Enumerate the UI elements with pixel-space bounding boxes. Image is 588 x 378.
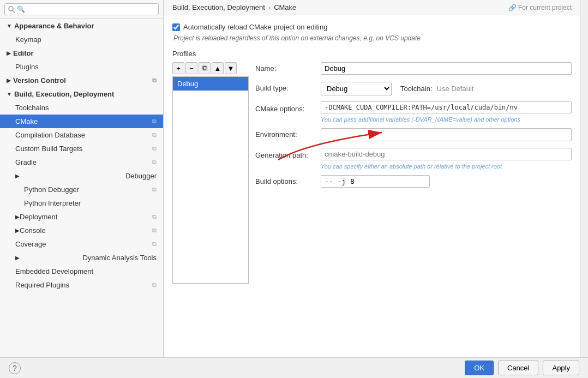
sidebar-item-console[interactable]: ▶ Console ⧉ <box>0 224 163 237</box>
sidebar-item-python-interpreter[interactable]: Python Interpreter <box>0 196 163 210</box>
dialog-body: ▼ Appearance & Behavior Keymap ▶ Editor … <box>0 0 588 357</box>
generation-path-hint: You can specify either an absolute path … <box>321 163 502 170</box>
profiles-toolbar: + − ⧉ ▲ ▼ <box>172 62 249 74</box>
copy-icon: ⧉ <box>152 227 157 234</box>
sidebar-item-build[interactable]: ▼ Build, Execution, Deployment <box>0 87 163 101</box>
form-row-build-options: Build options: <box>255 175 572 189</box>
sidebar: ▼ Appearance & Behavior Keymap ▶ Editor … <box>0 0 164 357</box>
chevron-down-icon: ▼ <box>7 23 12 29</box>
sidebar-item-gradle[interactable]: Gradle ⧉ <box>0 155 163 169</box>
cmake-options-hint: You can pass additional variables (-DVAR… <box>321 116 520 123</box>
sidebar-item-toolchains[interactable]: Toolchains <box>0 101 163 115</box>
copy-icon: ⧉ <box>152 213 157 220</box>
dialog-footer: ? OK Cancel Apply <box>0 357 588 378</box>
form-label-build-options: Build options: <box>255 175 321 185</box>
breadcrumb-current: CMake <box>274 3 296 11</box>
breadcrumb-project: 🔗 For current project <box>508 3 572 11</box>
apply-button[interactable]: Apply <box>543 361 579 375</box>
form-value-name <box>321 62 572 75</box>
chevron-right-icon: ▶ <box>15 255 20 261</box>
chevron-right-icon: ▶ <box>15 173 20 179</box>
external-icon: ⧉ <box>152 77 157 84</box>
form-label-environment: Environment: <box>255 128 321 139</box>
sidebar-item-deployment[interactable]: ▶ Deployment ⧉ <box>0 210 163 224</box>
form-value-gen-path <box>321 148 572 160</box>
sidebar-item-version-control[interactable]: ▶ Version Control ⧉ <box>0 74 163 87</box>
sidebar-item-plugins[interactable]: Plugins <box>0 60 163 74</box>
search-input[interactable] <box>4 3 159 15</box>
settings-dialog: ▼ Appearance & Behavior Keymap ▶ Editor … <box>0 0 588 378</box>
cancel-button[interactable]: Cancel <box>498 361 538 375</box>
build-type-select[interactable]: Debug Release RelWithDebInfo MinSizeRel <box>321 82 392 95</box>
sidebar-item-keymap[interactable]: Keymap <box>0 33 163 46</box>
form-value-cmake-options <box>321 101 572 113</box>
form-row-name: Name: <box>255 62 572 76</box>
form-value-environment <box>321 128 572 141</box>
sidebar-item-coverage[interactable]: Coverage ⧉ <box>0 237 163 251</box>
form-value-build-options <box>321 175 572 188</box>
form-row-buildtype: Build type: Debug Release RelWithDebInfo… <box>255 82 572 96</box>
copy-profile-button[interactable]: ⧉ <box>199 62 211 74</box>
profile-item-debug[interactable]: Debug <box>173 77 248 91</box>
auto-reload-label: Automatically reload CMake project on ed… <box>183 23 327 31</box>
build-options-input[interactable] <box>321 175 430 188</box>
move-down-profile-button[interactable]: ▼ <box>225 62 237 74</box>
copy-icon: ⧉ <box>152 186 157 193</box>
profiles-list-col: + − ⧉ ▲ ▼ Debug <box>172 62 249 284</box>
form-label-name: Name: <box>255 62 321 73</box>
form-label-gen-path: Generation path: <box>255 149 321 159</box>
sidebar-item-editor[interactable]: ▶ Editor <box>0 46 163 60</box>
profiles-list: Debug <box>172 76 249 284</box>
profiles-label: Profiles <box>172 50 572 58</box>
auto-reload-row: Automatically reload CMake project on ed… <box>172 23 572 31</box>
sidebar-item-python-debugger[interactable]: Python Debugger ⧉ <box>0 183 163 196</box>
form-row-environment: Environment: <box>255 128 572 142</box>
form-label-buildtype: Build type: <box>255 82 321 92</box>
breadcrumb-separator: › <box>268 3 271 11</box>
sidebar-item-compilation-db[interactable]: Compilation Database ⧉ <box>0 128 163 142</box>
right-scrollbar[interactable] <box>580 0 588 357</box>
auto-reload-subtext: Project is reloaded regardless of this o… <box>172 34 572 42</box>
chevron-right-icon: ▶ <box>15 227 20 233</box>
auto-reload-checkbox[interactable] <box>172 23 180 31</box>
add-profile-button[interactable]: + <box>172 62 184 74</box>
copy-icon: ⧉ <box>152 145 157 152</box>
form-row-cmake-options: CMake options: You can pass additional v… <box>255 101 572 123</box>
help-button[interactable]: ? <box>9 362 21 374</box>
chevron-right-icon: ▶ <box>15 214 20 220</box>
sidebar-item-dynamic-analysis[interactable]: ▶ Dynamic Analysis Tools <box>0 251 163 265</box>
ok-button[interactable]: OK <box>465 361 494 375</box>
copy-icon: ⧉ <box>152 159 157 166</box>
copy-icon: ⧉ <box>152 131 157 139</box>
name-input[interactable] <box>321 62 572 75</box>
content-area: Automatically reload CMake project on ed… <box>164 15 580 357</box>
form-value-buildtype: Debug Release RelWithDebInfo MinSizeRel … <box>321 82 572 95</box>
move-up-profile-button[interactable]: ▲ <box>212 62 224 74</box>
generation-path-input[interactable] <box>321 148 572 160</box>
remove-profile-button[interactable]: − <box>185 62 197 74</box>
sidebar-item-debugger[interactable]: ▶ Debugger <box>0 169 163 183</box>
form-label-cmake-options: CMake options: <box>255 103 321 113</box>
chevron-right-icon: ▶ <box>7 50 11 56</box>
form-row-gen-path: Generation path: You can specify either … <box>255 148 572 170</box>
breadcrumb-parent: Build, Execution, Deployment <box>172 3 265 11</box>
breadcrumb: Build, Execution, Deployment › CMake 🔗 F… <box>164 0 580 15</box>
profiles-area: + − ⧉ ▲ ▼ Debug <box>172 62 572 284</box>
cmake-form: Name: Build type: Debug Release <box>249 62 572 284</box>
sidebar-item-embedded[interactable]: Embedded Development <box>0 265 163 278</box>
environment-input[interactable] <box>321 128 572 141</box>
sidebar-item-required-plugins[interactable]: Required Plugins ⧉ <box>0 278 163 292</box>
search-box[interactable] <box>0 0 163 19</box>
copy-icon: ⧉ <box>152 241 157 248</box>
chevron-down-icon: ▼ <box>7 91 12 97</box>
sidebar-item-appearance[interactable]: ▼ Appearance & Behavior <box>0 19 163 33</box>
chevron-right-icon: ▶ <box>7 77 11 83</box>
main-content: Build, Execution, Deployment › CMake 🔗 F… <box>164 0 580 357</box>
toolchain-value: Use Default <box>437 85 474 93</box>
sidebar-item-cmake[interactable]: CMake ⧉ <box>0 115 163 128</box>
copy-icon: ⧉ <box>152 281 157 289</box>
copy-icon: ⧉ <box>152 118 157 125</box>
cmake-options-input[interactable] <box>321 101 572 113</box>
sidebar-item-custom-build[interactable]: Custom Build Targets ⧉ <box>0 142 163 155</box>
toolchain-label: Toolchain: <box>400 85 433 93</box>
